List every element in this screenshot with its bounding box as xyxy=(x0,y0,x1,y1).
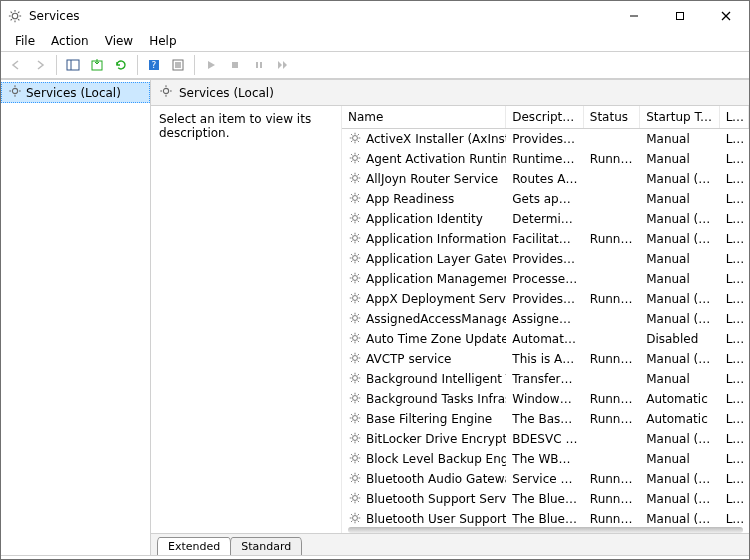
service-description: Determines ... xyxy=(506,212,584,226)
refresh-icon[interactable] xyxy=(110,54,132,76)
col-status[interactable]: Status xyxy=(584,106,640,128)
svg-point-137 xyxy=(353,355,358,360)
service-row[interactable]: AppX Deployment Service (...Provides inf… xyxy=(342,289,749,309)
svg-line-197 xyxy=(358,480,359,481)
svg-line-53 xyxy=(358,160,359,161)
service-row[interactable]: App ReadinessGets apps re...ManualLoca xyxy=(342,189,749,209)
tree-item-services-local[interactable]: Services (Local) xyxy=(1,82,150,103)
service-row[interactable]: Agent Activation Runtime_...Runtime for … xyxy=(342,149,749,169)
menu-file[interactable]: File xyxy=(7,33,43,49)
tab-extended[interactable]: Extended xyxy=(157,537,231,555)
minimize-button[interactable] xyxy=(611,1,657,31)
service-row[interactable]: Auto Time Zone UpdaterAutomatica...Disab… xyxy=(342,329,749,349)
toolbar-separator xyxy=(194,55,195,75)
svg-point-164 xyxy=(353,415,358,420)
service-row[interactable]: Base Filtering EngineThe Base Fil...Runn… xyxy=(342,409,749,429)
properties-icon[interactable] xyxy=(167,54,189,76)
service-status: Running xyxy=(584,412,640,426)
service-row[interactable]: Bluetooth Support ServiceThe Bluetoo...R… xyxy=(342,489,749,509)
service-name: AVCTP service xyxy=(366,352,451,366)
service-row[interactable]: Background Intelligent Tran...Transfers … xyxy=(342,369,749,389)
svg-point-83 xyxy=(353,235,358,240)
service-description: Processes in... xyxy=(506,272,584,286)
service-logon: Loca xyxy=(720,132,749,146)
help-icon[interactable]: ? xyxy=(143,54,165,76)
menu-view[interactable]: View xyxy=(97,33,141,49)
service-startup: Manual (Trig... xyxy=(640,432,719,446)
svg-line-46 xyxy=(351,140,352,141)
gear-icon xyxy=(348,391,362,408)
svg-line-207 xyxy=(358,494,359,495)
menu-action[interactable]: Action xyxy=(43,33,97,49)
svg-line-7 xyxy=(18,12,19,13)
service-row[interactable]: BitLocker Drive Encryption ...BDESVC hos… xyxy=(342,429,749,449)
svg-line-142 xyxy=(351,354,352,355)
close-button[interactable] xyxy=(703,1,749,31)
service-logon: Loca xyxy=(720,292,749,306)
window-title: Services xyxy=(29,9,80,23)
col-logon[interactable]: Log xyxy=(720,106,749,128)
service-row[interactable]: AVCTP serviceThis is Audi...RunningManua… xyxy=(342,349,749,369)
tab-standard[interactable]: Standard xyxy=(230,537,302,555)
menu-help[interactable]: Help xyxy=(141,33,184,49)
service-row[interactable]: Block Level Backup Engine ...The WBENG..… xyxy=(342,449,749,469)
svg-point-191 xyxy=(353,475,358,480)
pause-icon[interactable] xyxy=(248,54,270,76)
back-icon[interactable] xyxy=(5,54,27,76)
restart-icon[interactable] xyxy=(272,54,294,76)
svg-line-145 xyxy=(351,360,352,361)
service-startup: Manual xyxy=(640,452,719,466)
gear-icon xyxy=(348,331,362,348)
service-row[interactable]: Application InformationFacilitates t...R… xyxy=(342,229,749,249)
col-startup[interactable]: Startup Type xyxy=(640,106,719,128)
show-hide-tree-icon[interactable] xyxy=(62,54,84,76)
stop-icon[interactable] xyxy=(224,54,246,76)
svg-line-5 xyxy=(11,12,12,13)
svg-line-99 xyxy=(358,254,359,255)
service-row[interactable]: Application ManagementProcesses in...Man… xyxy=(342,269,749,289)
svg-point-173 xyxy=(353,435,358,440)
svg-point-209 xyxy=(353,515,358,520)
svg-rect-25 xyxy=(260,62,262,68)
service-row[interactable]: Bluetooth User Support Ser...The Bluetoo… xyxy=(342,509,749,527)
svg-point-128 xyxy=(353,335,358,340)
col-description[interactable]: Description xyxy=(506,106,584,128)
svg-line-79 xyxy=(351,214,352,215)
svg-line-88 xyxy=(351,234,352,235)
service-row[interactable]: Application IdentityDetermines ...Manual… xyxy=(342,209,749,229)
maximize-button[interactable] xyxy=(657,1,703,31)
service-row[interactable]: AllJoyn Router ServiceRoutes AllJo...Man… xyxy=(342,169,749,189)
svg-line-81 xyxy=(358,214,359,215)
svg-line-115 xyxy=(351,294,352,295)
svg-line-116 xyxy=(358,300,359,301)
service-status: Running xyxy=(584,472,640,486)
list-pane: Name Description Status Startup Type Log… xyxy=(341,106,749,533)
service-row[interactable]: Background Tasks Infrastruc...Windows in… xyxy=(342,389,749,409)
svg-line-45 xyxy=(358,134,359,135)
svg-point-182 xyxy=(353,455,358,460)
gear-icon xyxy=(348,271,362,288)
description-prompt: Select an item to view its description. xyxy=(159,112,311,140)
service-row[interactable]: AssignedAccessManager Se...AssignedAc...… xyxy=(342,309,749,329)
svg-point-38 xyxy=(353,135,358,140)
svg-line-127 xyxy=(351,320,352,321)
play-icon[interactable] xyxy=(200,54,222,76)
svg-line-205 xyxy=(351,494,352,495)
service-status: Running xyxy=(584,232,640,246)
service-startup: Manual (Trig... xyxy=(640,472,719,486)
service-description: Automatica... xyxy=(506,332,584,346)
service-description: Windows in... xyxy=(506,392,584,406)
service-row[interactable]: Application Layer Gateway ...Provides su… xyxy=(342,249,749,269)
col-name[interactable]: Name xyxy=(342,106,506,128)
service-name: Bluetooth User Support Ser... xyxy=(366,512,506,526)
svg-line-124 xyxy=(351,314,352,315)
export-list-icon[interactable] xyxy=(86,54,108,76)
service-startup: Automatic xyxy=(640,412,719,426)
forward-icon[interactable] xyxy=(29,54,51,76)
svg-marker-27 xyxy=(283,61,287,69)
service-row[interactable]: ActiveX Installer (AxInstSV)Provides Us.… xyxy=(342,129,749,149)
tree-pane: Services (Local) xyxy=(1,80,151,555)
service-row[interactable]: Bluetooth Audio Gateway S...Service sup.… xyxy=(342,469,749,489)
main-content: Select an item to view its description. … xyxy=(151,106,749,533)
service-description: Provides su... xyxy=(506,252,584,266)
